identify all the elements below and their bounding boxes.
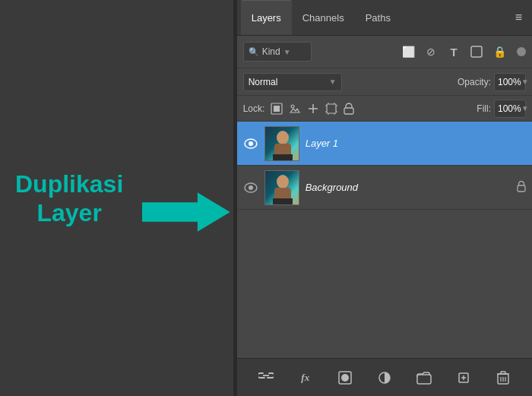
svg-rect-7 (327, 104, 336, 113)
svg-point-16 (249, 185, 253, 190)
pixel-filter-icon[interactable]: ⬜ (400, 43, 416, 60)
left-panel: Duplikasi Layer (0, 0, 235, 396)
kind-label: Kind (262, 46, 280, 57)
background-visibility-toggle[interactable] (243, 182, 258, 193)
filter-row: 🔍 Kind ▼ ⬜ ⊘ T 🔒 (237, 36, 532, 68)
chevron-down-icon: ▼ (283, 48, 291, 56)
annotation-line1: Duplikasi (15, 169, 123, 197)
tab-layers[interactable]: Layers (241, 0, 292, 35)
layer1-thumbnail (264, 126, 299, 161)
layer1-visibility-toggle[interactable] (243, 138, 258, 149)
smart-filter-icon[interactable]: 🔒 (491, 43, 508, 60)
svg-rect-3 (274, 106, 280, 112)
add-mask-button[interactable] (334, 367, 356, 388)
search-icon: 🔍 (249, 47, 259, 57)
lock-all-button[interactable] (344, 103, 354, 115)
background-name: Background (306, 182, 511, 193)
lock-pixels-button[interactable] (271, 103, 283, 115)
lock-row: Lock: Fill: 100% ▼ (237, 95, 532, 121)
blend-chevron-icon: ▼ (329, 78, 337, 86)
delete-layer-button[interactable] (492, 367, 514, 388)
lock-image-button[interactable] (289, 103, 301, 115)
svg-rect-20 (273, 198, 293, 205)
opacity-section: Opacity: 100% ▼ (458, 73, 526, 91)
annotation-line2: Layer (36, 199, 101, 227)
layers-list: Layer 1 (237, 121, 532, 358)
fx-button[interactable]: fx (295, 367, 316, 388)
opacity-value: 100% (498, 77, 521, 87)
lock-icons (271, 103, 354, 115)
new-layer-button[interactable] (453, 367, 474, 388)
tab-channels[interactable]: Channels (292, 0, 355, 35)
lock-position-button[interactable] (307, 103, 319, 115)
svg-point-4 (291, 105, 294, 108)
link-layers-button[interactable] (255, 367, 277, 388)
background-thumbnail (264, 170, 299, 205)
layer-item-background[interactable]: Background (237, 166, 532, 210)
fill-value: 100% (498, 103, 521, 114)
filter-icons: ⬜ ⊘ T 🔒 (400, 43, 526, 60)
fx-label: fx (301, 372, 309, 384)
svg-point-18 (277, 175, 289, 188)
opacity-input[interactable]: 100% ▼ (494, 73, 526, 91)
layer-item-layer1[interactable]: Layer 1 (237, 122, 532, 166)
svg-point-10 (249, 141, 253, 146)
svg-marker-0 (142, 192, 230, 231)
fill-section: Fill: 100% ▼ (477, 100, 526, 118)
adjust-filter-icon[interactable]: ⊘ (423, 43, 439, 60)
fill-caret-icon: ▼ (521, 104, 529, 112)
layer1-name: Layer 1 (306, 138, 526, 149)
blend-mode-select[interactable]: Normal ▼ (243, 73, 342, 91)
tab-paths[interactable]: Paths (355, 0, 401, 35)
blend-mode-value: Normal (249, 77, 278, 87)
annotation-text: Duplikasi Layer (15, 169, 123, 227)
opacity-label: Opacity: (458, 77, 491, 87)
svg-rect-26 (417, 375, 431, 384)
layers-panel: Layers Channels Paths ≡ 🔍 Kind ▼ ⬜ ⊘ T 🔒 (237, 0, 532, 396)
panel-menu-button[interactable]: ≡ (509, 8, 528, 27)
new-group-button[interactable] (413, 367, 435, 388)
fill-input[interactable]: 100% ▼ (494, 100, 526, 118)
lock-label: Lock: (243, 103, 265, 114)
shape-filter-icon[interactable] (468, 43, 485, 60)
filter-toggle[interactable] (517, 47, 526, 56)
background-lock-icon (517, 181, 526, 195)
kind-select[interactable]: 🔍 Kind ▼ (243, 42, 312, 62)
svg-rect-8 (344, 108, 353, 114)
svg-rect-21 (518, 185, 525, 192)
bottom-toolbar: fx (237, 358, 532, 396)
fill-label: Fill: (477, 103, 491, 114)
add-adjustment-button[interactable] (374, 367, 395, 388)
svg-rect-1 (471, 46, 482, 57)
type-filter-icon[interactable]: T (445, 43, 462, 60)
lock-artboard-button[interactable] (325, 103, 337, 115)
tab-bar: Layers Channels Paths ≡ (237, 0, 532, 36)
svg-rect-14 (273, 154, 293, 161)
arrow-icon (142, 189, 233, 235)
svg-point-24 (341, 374, 349, 382)
opacity-caret-icon: ▼ (521, 78, 529, 86)
svg-point-12 (277, 131, 289, 144)
blend-mode-row: Normal ▼ Opacity: 100% ▼ (237, 68, 532, 95)
